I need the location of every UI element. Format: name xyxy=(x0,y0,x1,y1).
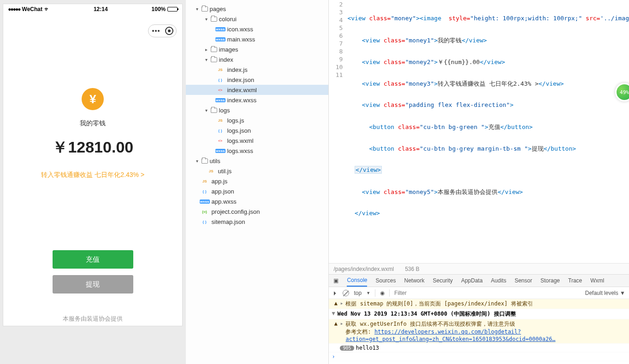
folder-utils[interactable]: ▾utils xyxy=(186,156,329,166)
code-line-5[interactable]: <view class="money3">转入零钱通赚收益 七日年化2.43% … xyxy=(347,80,629,88)
console-row-group[interactable]: ▼ Wed Nov 13 2019 12:13:34 GMT+0800 (中国标… xyxy=(329,309,629,319)
file-sitemap[interactable]: { }sitemap.json xyxy=(186,217,329,227)
file-explorer[interactable]: ▾pages ▾colorui wxssicon.wxss wxssmain.w… xyxy=(186,0,329,364)
withdraw-button[interactable]: 提现 xyxy=(53,275,133,294)
status-bar: ●●●●● WeChat ᯤ 12:14 100% xyxy=(3,4,182,14)
folder-icon xyxy=(211,47,217,52)
phone-simulator-panel: ●●●●● WeChat ᯤ 12:14 100% ¥ 我的零钱 ￥12810.… xyxy=(0,0,186,364)
js-badge-icon: JS xyxy=(215,118,225,123)
file-index-js[interactable]: JSindex.js xyxy=(186,65,329,75)
file-path: /pages/index/index.wxml xyxy=(333,266,394,272)
tab-sources[interactable]: Sources xyxy=(375,277,396,284)
tab-audits[interactable]: Audits xyxy=(491,277,506,284)
wxml-badge-icon: <> xyxy=(215,88,225,92)
console-row-warn[interactable]: ▲ ▸ 根据 sitemap 的规则[0]，当前页面 [pages/index/… xyxy=(329,299,629,309)
file-logs-js[interactable]: JSlogs.js xyxy=(186,115,329,125)
tab-storage[interactable]: Storage xyxy=(540,277,560,284)
capsule-close-icon[interactable] xyxy=(165,27,173,35)
file-project-config[interactable]: {o}project.config.json xyxy=(186,206,329,217)
editor-panel: 234567891011 <view class="money"><image … xyxy=(329,0,629,364)
folder-pages[interactable]: ▾pages xyxy=(186,4,329,14)
tab-appdata[interactable]: AppData xyxy=(461,277,483,284)
file-logs-wxml[interactable]: <>logs.wxml xyxy=(186,135,329,146)
line-gutter: 234567891011 xyxy=(329,0,347,263)
clear-console-icon[interactable] xyxy=(343,290,349,296)
file-index-wxml[interactable]: <>index.wxml xyxy=(186,85,329,95)
console-row-warn[interactable]: ▲ ▸ 获取 wx.getUserInfo 接口后续将不再出现授权弹窗，请注意升… xyxy=(329,319,629,344)
folder-colorui[interactable]: ▾colorui xyxy=(186,14,329,24)
file-main-wxss[interactable]: wxssmain.wxss xyxy=(186,34,329,44)
code-line-9[interactable]: </view> xyxy=(347,166,629,174)
folder-icon xyxy=(202,6,208,12)
code-line-7[interactable]: <button class="cu-btn bg-green ">充值</but… xyxy=(347,123,629,131)
eye-icon[interactable]: ◉ xyxy=(380,290,385,296)
file-logs-wxss[interactable]: wxsslogs.wxss xyxy=(186,146,329,156)
folder-images[interactable]: ▸images xyxy=(186,44,329,54)
json-badge-icon: { } xyxy=(215,78,225,82)
code-line-11[interactable]: </view> xyxy=(347,210,629,217)
folder-icon xyxy=(211,108,217,113)
code-line-10[interactable]: <view class="money5">本服务由装逼协会提供</view> xyxy=(347,188,629,196)
signal-icon: ●●●●● xyxy=(8,6,20,12)
js-badge-icon: JS xyxy=(206,169,216,173)
file-app-json[interactable]: { }app.json xyxy=(186,186,329,196)
warning-icon: ▲ xyxy=(332,300,340,308)
wallet-amount: ￥12810.00 xyxy=(3,137,182,158)
levels-selector[interactable]: Default levels ▼ xyxy=(585,290,625,296)
code-line-4[interactable]: <view class="money2">￥{{num}}.00</view> xyxy=(347,58,629,66)
folder-icon xyxy=(211,57,217,62)
yen-icon: ¥ xyxy=(82,88,104,110)
play-icon[interactable]: ⏵ xyxy=(332,290,338,296)
json-badge-icon: { } xyxy=(215,129,225,133)
file-logs-json[interactable]: { }logs.json xyxy=(186,125,329,135)
code-line-3[interactable]: <view class="money1">我的零钱</view> xyxy=(347,36,629,44)
tab-wxml[interactable]: Wxml xyxy=(590,277,604,284)
code-line-2[interactable]: <view class="money"><image style="height… xyxy=(347,15,629,23)
tab-trace[interactable]: Trace xyxy=(568,277,582,284)
tab-console[interactable]: Console xyxy=(347,275,367,287)
file-size: 536 B xyxy=(405,266,419,272)
topup-button[interactable]: 充值 xyxy=(53,250,133,269)
json-badge-icon: { } xyxy=(200,189,210,194)
code-lines[interactable]: <view class="money"><image style="height… xyxy=(347,0,629,263)
file-icon-wxss[interactable]: wxssicon.wxss xyxy=(186,24,329,34)
wxss-badge-icon: wxss xyxy=(215,149,225,153)
file-index-json[interactable]: { }index.json xyxy=(186,75,329,85)
capsule-menu-icon[interactable] xyxy=(151,30,160,32)
wallet-footer: 本服务由装逼协会提供 xyxy=(3,315,182,323)
console-prompt[interactable]: › xyxy=(329,352,629,361)
clock-label: 12:14 xyxy=(94,6,108,12)
console-toolbar: ⏵ top▼ ◉ Default levels ▼ xyxy=(329,287,629,299)
money-view: ¥ 我的零钱 ￥12810.00 转入零钱通赚收益 七日年化2.43% > xyxy=(3,14,182,179)
file-index-wxss[interactable]: wxssindex.wxss xyxy=(186,95,329,105)
code-line-6[interactable]: <view class="padding flex flex-direction… xyxy=(347,101,629,109)
context-selector[interactable]: top xyxy=(354,290,362,296)
count-badge: 905 xyxy=(340,346,354,351)
yield-link[interactable]: 转入零钱通赚收益 七日年化2.43% > xyxy=(3,171,182,179)
battery-percent: 100% xyxy=(152,6,166,12)
devtools-tabs: ▣ Console Sources Network Security AppDa… xyxy=(329,274,629,287)
tab-security[interactable]: Security xyxy=(433,277,453,284)
code-editor[interactable]: 234567891011 <view class="money"><image … xyxy=(329,0,629,263)
file-util-js[interactable]: JSutil.js xyxy=(186,166,329,176)
wxss-badge-icon: wxss xyxy=(200,200,210,204)
wxss-badge-icon: wxss xyxy=(215,27,225,31)
console-row-log[interactable]: 905hello13 xyxy=(329,344,629,352)
file-app-js[interactable]: JSapp.js xyxy=(186,176,329,186)
json-badge-icon: { } xyxy=(200,220,210,224)
folder-index[interactable]: ▾index xyxy=(186,54,329,65)
json-badge-icon: {o} xyxy=(200,210,210,214)
wxss-badge-icon: wxss xyxy=(215,37,225,41)
folder-logs[interactable]: ▾logs xyxy=(186,105,329,115)
tab-sensor[interactable]: Sensor xyxy=(515,277,532,284)
doc-link[interactable]: https://developers.weixin.qq.com/blogdet… xyxy=(345,329,555,342)
tab-network[interactable]: Network xyxy=(404,277,425,284)
inspect-icon[interactable]: ▣ xyxy=(333,277,338,284)
code-line-8[interactable]: <button class="cu-btn bg-grey margin-tb-… xyxy=(347,145,629,153)
filter-input[interactable] xyxy=(394,290,581,296)
wxml-badge-icon: <> xyxy=(215,139,225,143)
file-app-wxss[interactable]: wxssapp.wxss xyxy=(186,196,329,206)
carrier-label: WeChat xyxy=(22,6,42,12)
wallet-buttons: 充值 提现 xyxy=(3,250,182,294)
console-output[interactable]: ▲ ▸ 根据 sitemap 的规则[0]，当前页面 [pages/index/… xyxy=(329,299,629,364)
